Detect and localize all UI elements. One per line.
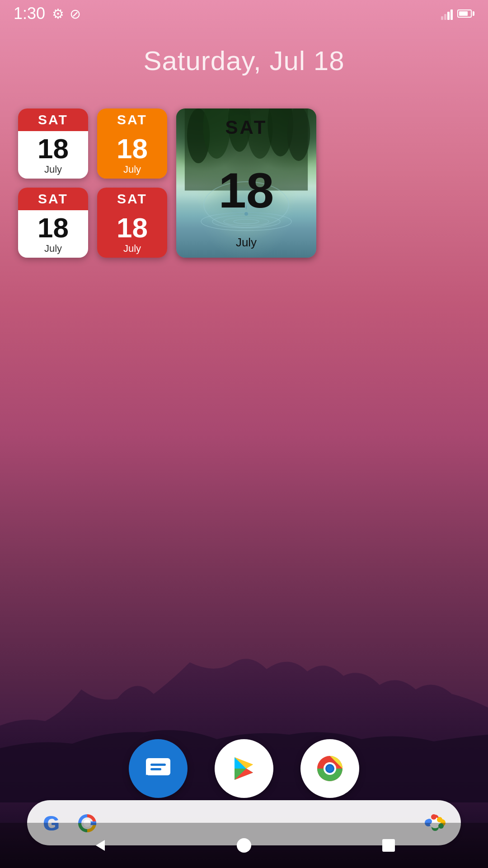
messages-icon (142, 753, 174, 784)
svg-rect-13 (146, 758, 170, 775)
svg-point-41 (437, 817, 442, 822)
battery-icon (457, 9, 474, 18)
navigation-bar (0, 823, 488, 868)
nature-widget-day: SAT (225, 117, 267, 138)
play-icon (228, 753, 260, 784)
status-time: 1:30 (14, 4, 45, 23)
chrome-app-icon[interactable] (300, 739, 359, 798)
svg-point-40 (431, 814, 436, 820)
svg-rect-14 (150, 764, 166, 766)
at-symbol-icon: ⊘ (70, 6, 81, 22)
calendar-widget-large[interactable]: SAT 18 July (176, 108, 316, 258)
svg-point-44 (237, 838, 251, 853)
signal-icon (441, 7, 453, 20)
home-button[interactable] (230, 832, 258, 859)
status-icons: ⚙ ⊘ (52, 6, 81, 22)
status-left: 1:30 ⚙ ⊘ (14, 4, 81, 23)
date-header: Saturday, Jul 18 (0, 45, 488, 76)
chrome-icon (314, 753, 346, 784)
messages-app-icon[interactable] (129, 739, 188, 798)
calendar-widget-4[interactable]: SAT 18 July (97, 188, 167, 258)
nature-widget-content: SAT 18 July (176, 108, 316, 258)
calendar-widget-3[interactable]: SAT 18 July (18, 188, 88, 258)
calendar-widget-1[interactable]: SAT 18 July (18, 108, 88, 179)
widget4-day: SAT (97, 188, 167, 210)
nature-widget-month: July (236, 236, 257, 250)
back-button[interactable] (86, 832, 113, 859)
widget1-day: SAT (18, 108, 88, 131)
status-right (441, 7, 474, 20)
svg-point-27 (327, 765, 333, 772)
widget2-day: SAT (97, 108, 167, 131)
widget3-body: 18 July (18, 210, 88, 258)
play-store-app-icon[interactable] (215, 739, 273, 798)
svg-marker-43 (96, 840, 105, 851)
status-bar: 1:30 ⚙ ⊘ (0, 0, 488, 27)
widget-grid: SAT 18 July SAT 18 July (18, 108, 316, 258)
recents-button[interactable] (375, 832, 402, 859)
widget2-body: 18 July (97, 131, 167, 179)
app-dock (129, 739, 359, 798)
svg-rect-45 (382, 839, 395, 852)
widget1-body: 18 July (18, 131, 88, 179)
calendar-widget-2[interactable]: SAT 18 July (97, 108, 167, 179)
nature-widget-number: 18 (219, 165, 274, 215)
svg-rect-15 (150, 768, 161, 770)
settings-icon: ⚙ (52, 6, 64, 22)
widget3-day: SAT (18, 188, 88, 210)
widget4-body: 18 July (97, 210, 167, 258)
